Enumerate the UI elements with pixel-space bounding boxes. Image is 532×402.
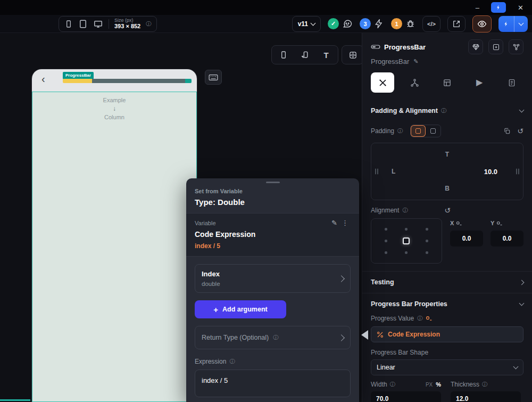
rotate-device-icon[interactable] xyxy=(295,47,314,62)
width-input[interactable]: 70.0 xyxy=(371,391,441,402)
code-label: </> xyxy=(427,21,436,27)
version-dropdown[interactable]: v11 xyxy=(292,16,321,32)
titlebar-deploy-button[interactable] xyxy=(491,2,506,13)
chevron-down-icon xyxy=(311,20,316,26)
app-preview-frame[interactable]: ‹ ProgressBar Example ↓ Column xyxy=(32,69,197,402)
lightning-icon xyxy=(496,4,501,11)
deploy-action[interactable] xyxy=(498,16,514,32)
properties-tabbar: ▶ xyxy=(371,72,523,93)
unit-px-toggle[interactable]: PX xyxy=(426,382,433,388)
set-from-variable-icon[interactable] xyxy=(426,316,433,321)
alignment-center-selected[interactable] xyxy=(403,237,410,244)
device-size-group: Size (px) 393 × 852 ⓘ xyxy=(59,16,157,32)
variable-menu-icon[interactable]: ⋮ xyxy=(339,219,351,227)
progress-bar-widget[interactable] xyxy=(63,79,192,83)
column-label: Column xyxy=(104,114,124,120)
alignment-dot[interactable] xyxy=(405,251,408,254)
selected-column-widget[interactable]: Example ↓ Column xyxy=(32,92,197,402)
tab-logs[interactable] xyxy=(500,72,523,93)
progress-value-row: Progress Value ⓘ xyxy=(371,315,523,322)
dialog-title: Type: Double xyxy=(195,198,351,207)
tools-icon xyxy=(378,78,387,87)
padding-drag-handle-right[interactable] xyxy=(516,169,519,175)
toolbar-right-group: v11 ✓ 3 1 </> xyxy=(292,15,532,32)
add-argument-button[interactable]: + Add argument xyxy=(195,300,286,318)
tab-run[interactable]: ▶ xyxy=(468,72,491,93)
unit-percent-toggle[interactable]: % xyxy=(436,381,441,388)
padding-left-handle[interactable]: L xyxy=(392,168,395,175)
chevron-right-icon xyxy=(338,275,345,282)
expression-input[interactable]: index / 5 xyxy=(195,370,351,397)
tab-widget-tree[interactable] xyxy=(403,72,427,93)
padding-bottom-handle[interactable]: B xyxy=(445,185,450,192)
desktop-device-icon[interactable] xyxy=(93,19,103,29)
saved-status-badge[interactable]: ✓ xyxy=(328,18,339,29)
set-variable-dialog: Set from Variable Type: Double Variable … xyxy=(186,178,359,402)
padding-right-value[interactable]: 10.0 xyxy=(484,168,497,176)
add-component-icon[interactable] xyxy=(488,39,503,54)
phone-device-icon[interactable] xyxy=(64,19,73,29)
progress-value-field[interactable]: Code Expression xyxy=(371,326,523,342)
chevron-down-icon xyxy=(519,20,524,26)
padding-editor-box[interactable]: T L B 10.0 xyxy=(371,143,523,200)
align-y-input[interactable]: 0.0 xyxy=(491,231,523,247)
edit-variable-icon[interactable]: ✎ xyxy=(329,219,339,227)
issues-count-badge[interactable]: 3 xyxy=(360,18,371,29)
minimize-button[interactable]: – xyxy=(476,4,479,11)
alignment-dot[interactable] xyxy=(426,240,428,242)
argument-row-index[interactable]: Index double xyxy=(195,264,351,293)
shape-dropdown[interactable]: Linear xyxy=(371,359,523,375)
tab-properties[interactable] xyxy=(371,72,394,93)
expression-label: Expression xyxy=(195,358,226,365)
gem-icon[interactable] xyxy=(468,39,483,54)
divider xyxy=(109,19,109,29)
padding-all-sides-toggle[interactable] xyxy=(411,125,426,137)
alignment-dot[interactable] xyxy=(426,228,428,231)
alignment-grid xyxy=(371,218,442,264)
rename-pencil-icon[interactable]: ✎ xyxy=(413,58,418,65)
padding-individual-toggle[interactable] xyxy=(426,125,440,137)
canvas-display-settings-icon[interactable] xyxy=(342,45,364,64)
tablet-device-icon[interactable] xyxy=(78,19,88,29)
keyboard-shortcuts-button[interactable] xyxy=(205,70,222,85)
alignment-dot[interactable] xyxy=(426,251,428,254)
x-label: X xyxy=(450,220,454,226)
alignment-dot[interactable] xyxy=(385,228,387,231)
deploy-menu[interactable] xyxy=(514,16,528,32)
automations-icon[interactable] xyxy=(509,39,523,54)
back-chevron-icon[interactable]: ‹ xyxy=(41,73,45,84)
warnings-count-badge[interactable]: 1 xyxy=(391,18,402,29)
preview-phone-icon[interactable] xyxy=(274,47,293,62)
alignment-dot[interactable] xyxy=(385,240,387,242)
size-label: Size (px) xyxy=(114,18,140,23)
comments-icon[interactable] xyxy=(342,19,353,29)
deploy-split-button[interactable] xyxy=(498,16,528,32)
preview-eye-button[interactable] xyxy=(472,15,492,32)
alignment-dot[interactable] xyxy=(385,251,387,254)
alignment-dot[interactable] xyxy=(405,228,408,231)
padding-drag-handle-left[interactable] xyxy=(375,169,378,175)
warnings-pair: 1 xyxy=(391,18,415,29)
info-icon: ⓘ xyxy=(229,358,235,365)
testing-section-header[interactable]: Testing xyxy=(371,272,523,293)
text-scale-icon[interactable]: T xyxy=(317,47,336,62)
padding-top-handle[interactable]: T xyxy=(445,151,449,158)
padding-alignment-section-header[interactable]: Padding & Alignment ⓘ xyxy=(371,104,523,117)
bug-icon[interactable] xyxy=(405,19,415,29)
actions-bolt-icon[interactable] xyxy=(374,19,384,29)
open-external-button[interactable] xyxy=(447,16,466,32)
align-x-input[interactable]: 0.0 xyxy=(450,231,483,247)
copy-icon[interactable] xyxy=(503,127,511,135)
progressbar-properties-header[interactable]: Progress Bar Properties xyxy=(371,298,523,310)
reset-padding-icon[interactable]: ↺ xyxy=(517,127,523,135)
widget-rename-row[interactable]: ProgressBar ✎ xyxy=(371,55,523,67)
close-button[interactable]: ✕ xyxy=(518,4,523,11)
variable-icon xyxy=(456,221,462,226)
view-code-button[interactable]: </> xyxy=(422,16,440,32)
reset-alignment-icon[interactable]: ↺ xyxy=(444,207,451,214)
padding-controls-row: Padding ⓘ ↺ xyxy=(371,125,523,137)
return-type-field[interactable]: Return Type (Optional) ⓘ xyxy=(195,326,351,349)
thickness-input[interactable]: 12.0 xyxy=(451,391,521,402)
info-icon: ⓘ xyxy=(417,315,422,322)
tab-data[interactable] xyxy=(436,72,459,93)
